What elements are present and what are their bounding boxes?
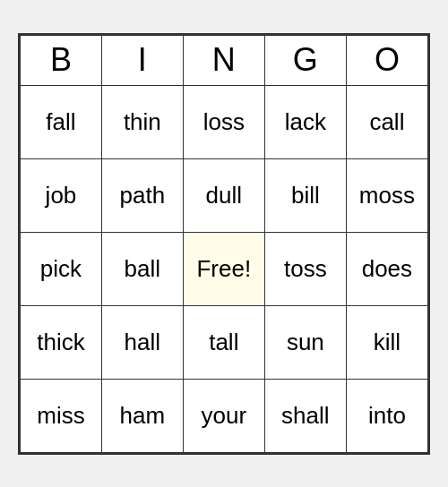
table-row: thickhalltallsunkill [21,305,428,379]
cell-r4-c1: ham [101,379,183,452]
cell-r2-c4: does [346,232,427,305]
cell-r3-c2: tall [183,305,264,379]
table-row: misshamyourshallinto [21,379,428,452]
table-row: jobpathdullbillmoss [21,158,428,232]
header-o: O [346,35,427,85]
cell-r2-c3: toss [264,232,346,305]
cell-r4-c4: into [346,379,427,452]
cell-r0-c1: thin [101,85,183,158]
header-g: G [264,35,346,85]
table-row: fallthinlosslackcall [21,85,428,158]
cell-r0-c2: loss [183,85,264,158]
table-row: pickballFree!tossdoes [21,232,428,305]
cell-r1-c2: dull [183,158,264,232]
cell-r1-c3: bill [264,158,346,232]
header-b: B [21,35,102,85]
cell-r1-c0: job [21,158,102,232]
cell-r1-c4: moss [346,158,427,232]
bingo-table: B I N G O fallthinlosslackcalljobpathdul… [20,35,428,453]
cell-r0-c4: call [346,85,427,158]
cell-r0-c0: fall [21,85,102,158]
cell-r3-c0: thick [21,305,102,379]
cell-r3-c3: sun [264,305,346,379]
cell-r1-c1: path [101,158,183,232]
cell-r3-c1: hall [101,305,183,379]
header-n: N [183,35,264,85]
cell-r0-c3: lack [264,85,346,158]
header-i: I [101,35,183,85]
cell-r2-c1: ball [101,232,183,305]
cell-r2-c2: Free! [183,232,264,305]
cell-r3-c4: kill [346,305,427,379]
cell-r2-c0: pick [21,232,102,305]
header-row: B I N G O [21,35,428,85]
cell-r4-c3: shall [264,379,346,452]
cell-r4-c2: your [183,379,264,452]
bingo-card: B I N G O fallthinlosslackcalljobpathdul… [18,33,430,455]
cell-r4-c0: miss [21,379,102,452]
